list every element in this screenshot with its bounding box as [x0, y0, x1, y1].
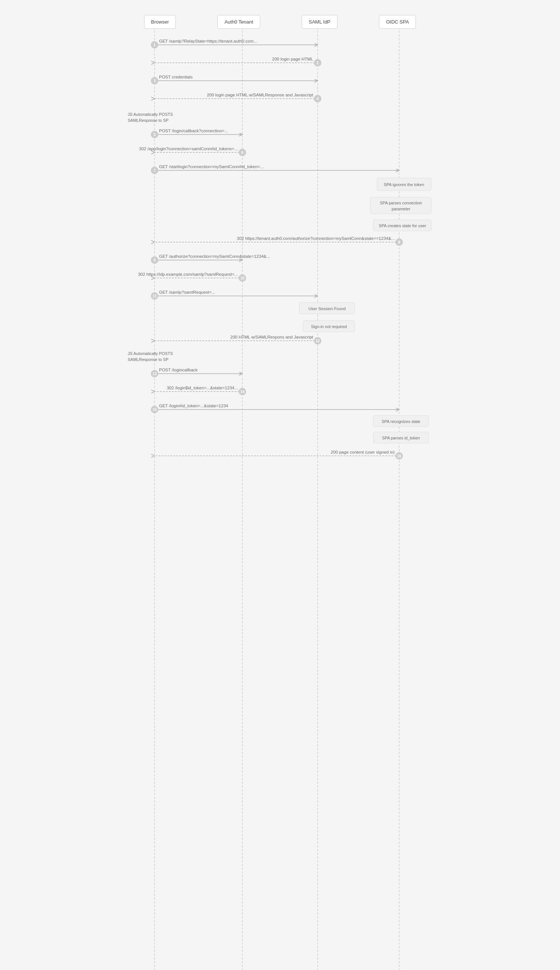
svg-text:POST credentials: POST credentials	[159, 75, 193, 79]
svg-point-84	[395, 452, 403, 460]
svg-rect-78	[373, 415, 428, 427]
svg-text:10: 10	[240, 276, 245, 280]
svg-text:SPA recognizes state: SPA recognizes state	[382, 419, 420, 424]
svg-text:13: 13	[152, 372, 157, 376]
svg-point-50	[238, 274, 246, 282]
svg-rect-58	[303, 321, 355, 332]
svg-text:8: 8	[398, 240, 400, 244]
svg-text:1: 1	[153, 43, 156, 47]
svg-text:POST /logincallback: POST /logincallback	[159, 368, 198, 372]
svg-text:200 HTML w/SAMLRespons and Jav: 200 HTML w/SAMLRespons and Javascript	[230, 335, 313, 339]
svg-text:6: 6	[241, 151, 243, 155]
diagram-svg: GET /samlp?RelayState=https://tenant.aut…	[123, 0, 437, 970]
svg-point-62	[314, 337, 322, 345]
svg-rect-80	[373, 432, 428, 443]
svg-point-72	[238, 388, 246, 395]
svg-text:Sign-in not required: Sign-in not required	[311, 324, 347, 329]
svg-text:302 /app/login?connection=saml: 302 /app/login?connection=samlConn#id_to…	[139, 147, 238, 151]
svg-rect-38	[373, 220, 431, 231]
svg-text:7: 7	[153, 169, 156, 172]
svg-point-17	[314, 95, 322, 102]
participants-row: Browser Auth0 Tenant SAML IdP OIDC SPA	[123, 7, 437, 36]
svg-text:SPA creates state for user: SPA creates state for user	[379, 223, 427, 228]
svg-text:200 login page HTML: 200 login page HTML	[272, 57, 313, 61]
svg-point-5	[151, 41, 158, 48]
svg-text:200 login page HTML w/SAMLResp: 200 login page HTML w/SAMLResponse and J…	[207, 93, 313, 97]
svg-text:9: 9	[153, 258, 156, 262]
svg-text:302 https://idp.example.com/sa: 302 https://idp.example.com/samlp?samlRe…	[138, 272, 238, 276]
svg-text:POST /login/callback?connectio: POST /login/callback?connection=...	[159, 129, 228, 133]
svg-text:302 https://tenant.auth0.com/a: 302 https://tenant.auth0.com/authorize?c…	[237, 236, 395, 241]
svg-text:12: 12	[315, 339, 320, 343]
svg-text:15: 15	[152, 408, 157, 412]
svg-text:SAMLResponse to SP: SAMLResponse to SP	[128, 357, 168, 362]
svg-point-54	[151, 292, 158, 300]
svg-rect-35	[370, 197, 431, 214]
svg-point-46	[151, 256, 158, 264]
svg-text:4: 4	[317, 97, 319, 101]
svg-point-76	[151, 406, 158, 413]
svg-text:SPA ignores the token: SPA ignores the token	[384, 182, 424, 187]
svg-text:5: 5	[153, 133, 156, 137]
svg-point-42	[395, 238, 403, 246]
participant-spa: OIDC SPA	[379, 15, 416, 29]
svg-text:3: 3	[153, 79, 156, 83]
svg-point-68	[151, 370, 158, 377]
svg-text:GET /startlogin?connection=myS: GET /startlogin?connection=mySamlConn#id…	[159, 164, 263, 169]
participant-saml: SAML IdP	[302, 15, 337, 29]
msg-1-label: GET /samlp?RelayState=https://tenant.aut…	[159, 39, 257, 43]
svg-text:JS Automatically POSTS: JS Automatically POSTS	[128, 112, 173, 117]
svg-text:JS Automatically POSTS: JS Automatically POSTS	[128, 351, 173, 356]
svg-text:16: 16	[397, 454, 402, 458]
svg-point-23	[151, 131, 158, 138]
sequence-diagram: Browser Auth0 Tenant SAML IdP OIDC SPA G…	[123, 0, 437, 970]
svg-point-9	[314, 59, 322, 67]
svg-text:SAMLResponse to SP: SAMLResponse to SP	[128, 118, 168, 122]
svg-rect-33	[377, 178, 431, 191]
svg-point-31	[151, 167, 158, 174]
svg-text:GET /samlp?samlRequest=...: GET /samlp?samlRequest=...	[159, 290, 215, 294]
svg-text:parameter: parameter	[392, 207, 410, 211]
participant-browser: Browser	[144, 15, 176, 29]
svg-text:GET /authorize?connection=mySa: GET /authorize?connection=mySamlConn&sta…	[159, 254, 270, 259]
svg-text:11: 11	[152, 294, 157, 298]
svg-text:200 page content (user signed : 200 page content (user signed in)	[331, 450, 395, 454]
svg-text:User Session Found: User Session Found	[308, 306, 346, 311]
svg-point-13	[151, 77, 158, 84]
svg-text:14: 14	[240, 390, 245, 394]
svg-text:2: 2	[317, 61, 319, 65]
svg-text:SPA parses connection: SPA parses connection	[380, 201, 422, 205]
svg-text:SPA parses id_token: SPA parses id_token	[382, 436, 420, 440]
svg-text:GET /login#id_token=...&state=: GET /login#id_token=...&state=1234	[159, 403, 228, 408]
svg-rect-56	[299, 303, 355, 314]
svg-text:302 /login$id_token=...&state=: 302 /login$id_token=...&state=1234...	[167, 386, 238, 390]
svg-point-27	[238, 149, 246, 156]
participant-auth0: Auth0 Tenant	[217, 15, 260, 29]
